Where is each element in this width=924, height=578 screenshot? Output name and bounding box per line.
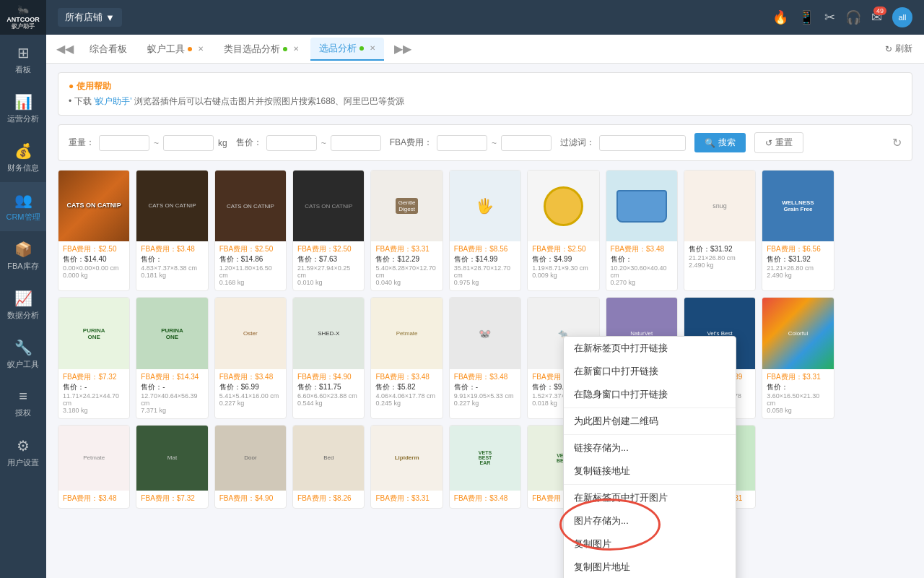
sidebar-item-fba[interactable]: 📦 FBA库存: [0, 231, 46, 280]
product-price-5: 售价：$12.29: [375, 254, 437, 264]
context-open-new-window[interactable]: 在新窗口中打开链接: [564, 360, 736, 383]
product-fba-r2-4: FBA费用：$4.90: [297, 372, 359, 382]
product-weight-r2-1: 3.180 kg: [63, 407, 125, 414]
product-card-r2-10[interactable]: Colorful FBA费用：$3.31 售价： 3.60×16.50×21.3…: [762, 297, 834, 418]
tab-label-anttools: 蚁户工具: [147, 43, 185, 56]
tab-category[interactable]: 类目选品分析 ✕: [215, 38, 308, 61]
keyword-input[interactable]: [599, 135, 686, 151]
product-dims-r2-5: 4.06×4.06×17.78 cm: [375, 392, 437, 400]
sidebar-item-operations[interactable]: 📊 运营分析: [0, 84, 46, 133]
product-card-3[interactable]: CATS ON CATNIP FBA费用：$2.50 售价：$14.86 1.2…: [214, 170, 287, 291]
user-avatar[interactable]: all: [892, 7, 912, 27]
price-min-input[interactable]: [266, 135, 317, 151]
product-img-r2-5: Petmate: [371, 298, 442, 368]
product-card-r3-2[interactable]: Mat FBA费用：$7.32: [136, 425, 208, 509]
product-card-7[interactable]: FBA费用：$2.50 售价：$4.99 1.19×8.71×9.30 cm 0…: [527, 170, 599, 291]
product-card-r2-4[interactable]: SHED-X FBA费用：$4.90 售价：$11.75 6.60×6.60×2…: [292, 297, 365, 418]
product-price-2: 售价：: [141, 254, 203, 264]
product-info-4: FBA费用：$2.50 售价：$7.63 21.59×27.94×0.25 cm…: [293, 241, 364, 290]
flame-icon[interactable]: 🔥: [772, 9, 788, 25]
weight-filter: 重量： ~ kg: [69, 135, 227, 151]
weight-max-input[interactable]: [163, 135, 214, 151]
sidebar-item-dashboard[interactable]: ⊞ 看板: [0, 35, 46, 84]
search-button[interactable]: 🔍 搜索: [694, 133, 746, 152]
product-card-6[interactable]: 🖐 FBA费用：$8.56 售价：$14.99 35.81×28.70×12.7…: [449, 170, 521, 291]
context-open-new-tab[interactable]: 在新标签页中打开链接: [564, 337, 736, 360]
context-open-img-tab[interactable]: 在新标签页中打开图片: [564, 486, 736, 509]
product-card-r2-5[interactable]: Petmate FBA费用：$3.48 售价：$5.82 4.06×4.06×1…: [370, 297, 443, 418]
help-text: • 下载 '蚁户助手' 浏览器插件后可以右键点击图片并按照图片搜索1688、阿里…: [69, 95, 902, 108]
product-fba-4: FBA费用：$2.50: [297, 244, 359, 254]
tab-nav-right[interactable]: ▶▶: [390, 42, 416, 56]
product-card-r2-2[interactable]: PURINAONE FBA费用：$14.34 售价：- 12.70×40.64×…: [136, 297, 208, 418]
product-img-r3-2: Mat: [136, 426, 207, 491]
product-card-2[interactable]: CATS ON CATNIP FBA费用：$3.48 售价： 4.83×7.37…: [136, 170, 208, 291]
tab-close-anttools[interactable]: ✕: [198, 45, 204, 53]
context-copy-img[interactable]: 复制图片: [564, 532, 736, 556]
weight-min-input[interactable]: [99, 135, 149, 151]
store-selector[interactable]: 所有店铺 ▼: [58, 8, 122, 27]
tab-selection[interactable]: 选品分析 ✕: [310, 38, 384, 61]
box-icon: 📦: [14, 241, 32, 258]
chart-icon: 📊: [14, 93, 32, 111]
product-card-r3-3[interactable]: Door FBA费用：$4.90: [214, 425, 287, 509]
context-save-link[interactable]: 链接存储为...: [564, 436, 736, 460]
product-weight-10: 2.490 kg: [767, 272, 829, 279]
sidebar-item-data[interactable]: 📈 数据分析: [0, 280, 46, 329]
product-price-r2-6: 售价：-: [454, 382, 516, 392]
tab-anttools[interactable]: 蚁户工具 ✕: [139, 38, 212, 61]
refresh-button[interactable]: ↻ 刷新: [879, 40, 918, 58]
mobile-icon[interactable]: 📱: [798, 9, 814, 25]
sidebar-item-anttools[interactable]: 🔧 蚁户工具: [0, 329, 46, 379]
product-card-r3-5[interactable]: Lipiderm FBA费用：$3.31: [370, 425, 443, 509]
product-card-r2-1[interactable]: PURINAONE FBA费用：$7.32 售价：- 11.71×24.21×4…: [58, 297, 130, 418]
product-card-r3-6[interactable]: VETSBESTEAR FBA费用：$3.48: [449, 425, 521, 509]
reset-button[interactable]: ↺ 重置: [754, 132, 803, 153]
price-sep: ~: [321, 138, 326, 148]
product-card-1[interactable]: CATS ON CATNIP FBA费用：$2.50 售价：$14.40 0.0…: [58, 170, 130, 291]
product-info-3: FBA费用：$2.50 售价：$14.86 1.20×11.80×16.50 c…: [215, 241, 286, 290]
topbar-header: 所有店铺 ▼ 🔥 📱 ✂ 🎧 ✉ 49 all: [46, 0, 924, 35]
product-info-r2-1: FBA费用：$7.32 售价：- 11.71×24.21×44.70 cm 3.…: [58, 369, 129, 418]
product-card-9[interactable]: snug 售价：$31.92 21.21×26.80 cm 2.490 kg: [684, 170, 756, 291]
sidebar-item-crm[interactable]: 👥 CRM管理: [0, 182, 46, 231]
context-save-img[interactable]: 图片存储为...: [564, 509, 736, 532]
plugin-link[interactable]: '蚁户助手': [94, 96, 132, 106]
tab-dashboard[interactable]: 综合看板: [81, 38, 136, 61]
product-card-r3-1[interactable]: Petmate FBA费用：$3.48: [58, 425, 130, 509]
product-card-8[interactable]: FBA费用：$3.48 售价： 10.20×30.60×40.40 cm 0.2…: [606, 170, 678, 291]
product-card-10[interactable]: WELLNESSGrain Free FBA费用：$6.56 售价：$31.92…: [762, 170, 834, 291]
sidebar-item-finance[interactable]: 💰 财务信息: [0, 133, 46, 182]
headphone-icon[interactable]: 🎧: [845, 9, 861, 25]
tab-close-category[interactable]: ✕: [293, 45, 299, 53]
product-img-r2-3: Oster: [215, 298, 286, 368]
context-copy-img-addr[interactable]: 复制图片地址: [564, 556, 736, 578]
product-weight-8: 0.270 kg: [611, 279, 673, 286]
fba-max-input[interactable]: [501, 135, 552, 151]
product-card-r2-3[interactable]: Oster FBA费用：$3.48 售价：$6.99 5.41×5.41×16.…: [214, 297, 287, 418]
context-qrcode[interactable]: 为此图片创建二维码: [564, 410, 736, 433]
product-weight-r2-5: 0.245 kg: [375, 400, 437, 407]
tab-nav-left[interactable]: ◀◀: [52, 42, 78, 56]
filter-refresh-icon[interactable]: ↻: [892, 136, 902, 150]
product-card-r3-4[interactable]: Bed FBA费用：$8.26: [292, 425, 365, 509]
product-card-4[interactable]: CATS ON CATNIP FBA费用：$2.50 售价：$7.63 21.5…: [292, 170, 365, 291]
scissors-icon[interactable]: ✂: [824, 9, 835, 25]
app-logo[interactable]: 🐜 ANTCOOR 蚁户助手: [0, 0, 46, 35]
sidebar-item-settings[interactable]: ⚙ 用户设置: [0, 428, 46, 477]
product-card-r2-6[interactable]: 🐭 FBA费用：$3.48 售价：- 9.91×19.05×5.33 cm 0.…: [449, 297, 521, 418]
context-open-incognito[interactable]: 在隐身窗口中打开链接: [564, 383, 736, 406]
tab-close-selection[interactable]: ✕: [370, 44, 375, 52]
sidebar-item-auth[interactable]: ≡ 授权: [0, 379, 46, 428]
context-copy-link[interactable]: 复制链接地址: [564, 460, 736, 483]
product-img-r3-6: VETSBESTEAR: [450, 426, 520, 491]
product-weight-7: 0.009 kg: [532, 272, 594, 279]
mail-icon[interactable]: ✉ 49: [871, 9, 882, 25]
product-dims-5: 5.40×8.28×70×12.70 cm: [375, 264, 437, 279]
keyword-label: 过滤词：: [560, 137, 595, 149]
product-card-5[interactable]: GentleDigest FBA费用：$3.31 售价：$12.29 5.40×…: [370, 170, 443, 291]
main-content: ● 使用帮助 • 下载 '蚁户助手' 浏览器插件后可以右键点击图片并按照图片搜索…: [46, 64, 924, 578]
product-grid-row3: Petmate FBA费用：$3.48 Mat FBA费用：$7.32: [58, 425, 912, 509]
price-max-input[interactable]: [331, 135, 381, 151]
fba-min-input[interactable]: [437, 135, 487, 151]
